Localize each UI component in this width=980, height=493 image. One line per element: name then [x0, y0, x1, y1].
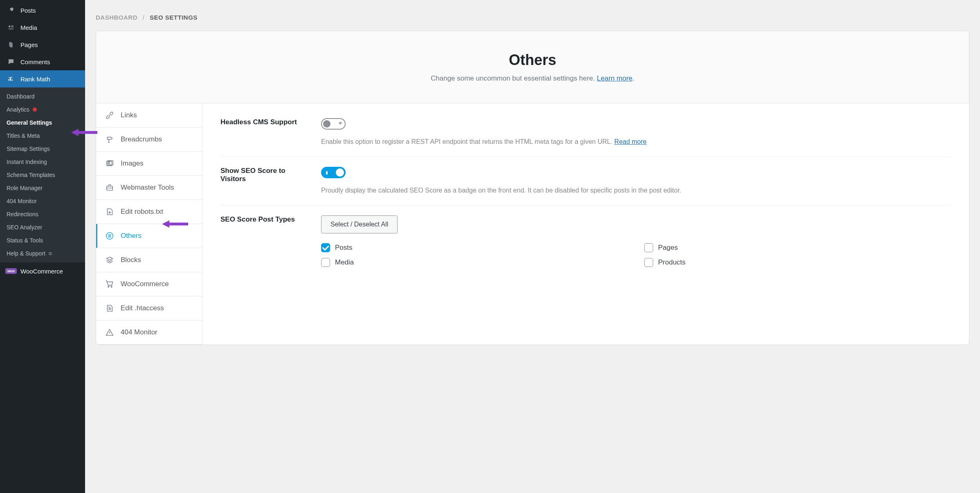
sidebar-item-label: Comments	[20, 58, 50, 65]
woocommerce-icon: woo	[7, 267, 16, 276]
tab-label: Edit .htaccess	[121, 304, 164, 312]
warning-icon	[105, 328, 114, 337]
sidebar-item-rank-math[interactable]: Rank Math	[0, 70, 85, 87]
headless-cms-toggle[interactable]	[321, 118, 346, 130]
tab-others[interactable]: Others	[96, 224, 202, 248]
setting-label: Headless CMS Support	[220, 118, 306, 147]
comments-icon	[7, 57, 16, 66]
panel-header: Others Change some uncommon but essentia…	[96, 31, 969, 103]
checkbox-posts[interactable]: Posts	[321, 243, 628, 252]
checkbox-icon	[321, 243, 330, 252]
svg-point-7	[111, 286, 112, 287]
submenu-item-404-monitor[interactable]: 404 Monitor	[0, 195, 85, 208]
submenu-item-titles-meta[interactable]: Titles & Meta	[0, 129, 85, 142]
tab-blocks[interactable]: Blocks	[96, 248, 202, 272]
tab-label: Images	[121, 159, 144, 168]
tab-label: 404 Monitor	[121, 328, 157, 336]
breadcrumb-root[interactable]: DASHBOARD	[96, 14, 137, 21]
checkbox-media[interactable]: Media	[321, 258, 628, 267]
tab-404-monitor[interactable]: 404 Monitor	[96, 320, 202, 345]
file-download-icon	[105, 207, 114, 216]
read-more-link[interactable]: Read more	[614, 138, 647, 145]
setting-post-types: SEO Score Post Types Select / Deselect A…	[220, 206, 951, 277]
tab-label: Blocks	[121, 256, 141, 264]
submenu-item-status-tools[interactable]: Status & Tools	[0, 234, 85, 247]
notification-dot-icon	[33, 108, 37, 112]
tab-woocommerce[interactable]: WooCommerce	[96, 272, 202, 296]
tab-label: Webmaster Tools	[121, 184, 174, 192]
learn-more-link[interactable]: Learn more	[597, 74, 632, 82]
pin-icon	[7, 6, 16, 15]
pages-icon	[7, 40, 16, 49]
sidebar-item-label: Media	[20, 24, 37, 31]
checkbox-products[interactable]: Products	[644, 258, 951, 267]
images-icon	[105, 159, 114, 168]
breadcrumb: DASHBOARD / SEO SETTINGS	[96, 0, 969, 31]
svg-point-0	[9, 26, 11, 28]
external-link-icon: ⧉	[49, 251, 52, 256]
setting-label: SEO Score Post Types	[220, 215, 306, 267]
checkbox-label: Pages	[658, 244, 678, 252]
sign-icon	[105, 135, 114, 144]
setting-headless-cms: Headless CMS Support Enable this option …	[220, 118, 951, 157]
tab-edit-htaccess[interactable]: Edit .htaccess	[96, 296, 202, 320]
setting-seo-score: Show SEO Score to Visitors Proudly displ…	[220, 157, 951, 206]
briefcase-icon	[105, 183, 114, 192]
checkbox-icon	[321, 258, 330, 267]
layers-icon	[105, 255, 114, 264]
seo-score-toggle[interactable]	[321, 167, 346, 178]
sidebar-item-label: Rank Math	[20, 76, 50, 83]
sidebar-item-media[interactable]: Media	[0, 19, 85, 36]
tab-edit-robots[interactable]: Edit robots.txt	[96, 200, 202, 224]
checkbox-grid: Posts Pages Media	[321, 243, 951, 267]
checkbox-icon	[644, 258, 653, 267]
select-deselect-all-button[interactable]: Select / Deselect All	[321, 215, 398, 233]
tab-webmaster-tools[interactable]: Webmaster Tools	[96, 176, 202, 200]
setting-description: Proudly display the calculated SEO Score…	[321, 186, 951, 195]
checkbox-label: Products	[658, 258, 686, 267]
wp-submenu: Dashboard Analytics General Settings Tit…	[0, 87, 85, 262]
tab-images[interactable]: Images	[96, 152, 202, 176]
checkbox-pages[interactable]: Pages	[644, 243, 951, 252]
file-lines-icon	[105, 304, 114, 313]
svg-point-6	[108, 286, 109, 287]
sidebar-item-label: WooCommerce	[20, 268, 63, 275]
submenu-item-schema-templates[interactable]: Schema Templates	[0, 168, 85, 182]
sidebar-item-woocommerce[interactable]: woo WooCommerce	[0, 262, 85, 280]
main-content: DASHBOARD / SEO SETTINGS Others Change s…	[85, 0, 980, 493]
media-icon	[7, 23, 16, 32]
tab-label: Edit robots.txt	[121, 208, 163, 216]
submenu-item-redirections[interactable]: Redirections	[0, 208, 85, 221]
setting-description: Enable this option to register a REST AP…	[321, 137, 951, 147]
checkbox-label: Posts	[335, 244, 353, 252]
cart-icon	[105, 280, 114, 289]
settings-panel: Others Change some uncommon but essentia…	[96, 31, 969, 345]
sidebar-item-pages[interactable]: Pages	[0, 36, 85, 53]
tab-label: Breadcrumbs	[121, 135, 162, 143]
page-title: Others	[104, 52, 961, 69]
submenu-item-analytics[interactable]: Analytics	[0, 103, 85, 116]
settings-tabs: Links Breadcrumbs Images Webmaster Tools	[96, 103, 202, 345]
tab-breadcrumbs[interactable]: Breadcrumbs	[96, 128, 202, 152]
tab-label: WooCommerce	[121, 280, 169, 288]
tab-links[interactable]: Links	[96, 103, 202, 128]
checkbox-label: Media	[335, 258, 354, 267]
list-circle-icon	[105, 231, 114, 240]
sidebar-item-posts[interactable]: Posts	[0, 2, 85, 19]
submenu-item-instant-indexing[interactable]: Instant Indexing	[0, 155, 85, 168]
submenu-item-role-manager[interactable]: Role Manager	[0, 182, 85, 195]
submenu-item-general-settings[interactable]: General Settings	[0, 116, 85, 129]
sidebar-item-label: Posts	[20, 7, 36, 14]
submenu-item-help-support[interactable]: Help & Support ⧉	[0, 247, 85, 260]
svg-point-3	[109, 161, 110, 163]
setting-label: Show SEO Score to Visitors	[220, 167, 306, 195]
links-icon	[105, 111, 114, 120]
sidebar-item-comments[interactable]: Comments	[0, 53, 85, 70]
submenu-item-sitemap[interactable]: Sitemap Settings	[0, 142, 85, 155]
submenu-item-dashboard[interactable]: Dashboard	[0, 90, 85, 103]
submenu-item-seo-analyzer[interactable]: SEO Analyzer	[0, 221, 85, 234]
wp-admin-sidebar: Posts Media Pages Comments Rank Math Das…	[0, 0, 85, 493]
breadcrumb-separator: /	[143, 14, 145, 21]
settings-content: Headless CMS Support Enable this option …	[202, 103, 969, 345]
checkbox-icon	[644, 243, 653, 252]
